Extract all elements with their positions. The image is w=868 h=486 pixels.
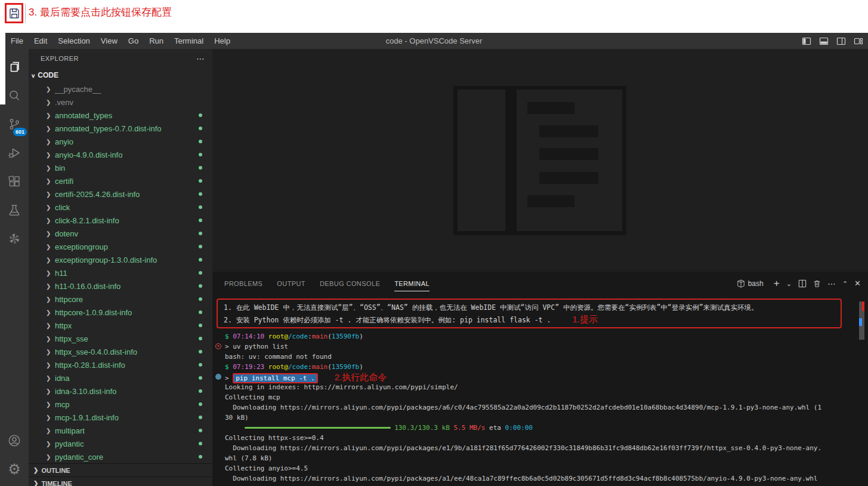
tree-item[interactable]: ❯pydantic_core <box>29 450 212 463</box>
chevron-right-icon: ❯ <box>46 191 51 198</box>
tree-item[interactable]: ❯dotenv <box>29 227 212 240</box>
tree-item[interactable]: ❯click-8.2.1.dist-info <box>29 214 212 227</box>
new-terminal-button[interactable]: + <box>774 279 780 288</box>
terminal-line: $ 07:19:23 root@/code:main(13590fb) <box>225 362 862 372</box>
menu-edit[interactable]: Edit <box>29 33 52 49</box>
tree-item[interactable]: ❯certifi <box>29 174 212 187</box>
menu-help[interactable]: Help <box>209 33 236 49</box>
tree-item-label: httpx <box>55 321 72 330</box>
toggle-panel-icon[interactable] <box>819 36 829 46</box>
panel-tab-output[interactable]: OUTPUT <box>277 278 305 289</box>
tree-item[interactable]: ❯h11 <box>29 266 212 279</box>
tree-item-label: h11-0.16.0.dist-info <box>55 282 121 291</box>
git-status-dot <box>199 166 202 170</box>
outline-section-header[interactable]: ❯ OUTLINE <box>29 463 212 476</box>
menu-view[interactable]: View <box>95 33 123 49</box>
tree-item[interactable]: ❯anyio-4.9.0.dist-info <box>29 148 212 161</box>
save-config-button[interactable] <box>5 3 23 23</box>
run-and-debug-activity-button[interactable] <box>0 139 29 167</box>
terminal-shell-name: bash <box>748 279 764 288</box>
tree-item[interactable]: ❯pydantic <box>29 437 212 450</box>
chevron-right-icon: ❯ <box>46 454 51 460</box>
menu-go[interactable]: Go <box>123 33 144 49</box>
terminal-text: /code <box>288 333 308 340</box>
maximize-panel-button[interactable]: ⌃ <box>842 279 848 288</box>
tree-item[interactable]: ❯annotated_types-0.7.0.dist-info <box>29 122 212 135</box>
terminal-line: Looking in indexes: https://mirrors.aliy… <box>225 382 862 392</box>
terminal-text: 30 kB) <box>225 414 249 422</box>
tree-item[interactable]: ❯httpx-0.28.1.dist-info <box>29 358 212 371</box>
git-status-dot <box>199 192 202 196</box>
menu-file[interactable]: File <box>5 33 29 49</box>
command-annotation-label: 2.执行此命令 <box>335 372 387 382</box>
testing-activity-button[interactable] <box>0 196 29 224</box>
terminal-text: > <box>225 374 233 382</box>
terminal-text: main <box>312 333 328 340</box>
chevron-right-icon: ❯ <box>46 99 51 106</box>
terminal-scrollbar[interactable] <box>859 302 864 340</box>
tree-item[interactable]: ❯httpcore-1.0.9.dist-info <box>29 306 212 319</box>
tree-item-label: anyio <box>55 137 73 146</box>
tree-item[interactable]: ❯exceptiongroup-1.3.0.dist-info <box>29 253 212 266</box>
panel-tab-debug-console[interactable]: DEBUG CONSOLE <box>320 278 380 289</box>
terminal-text <box>225 424 245 432</box>
terminal-text: /code <box>288 363 308 371</box>
extension-knot-activity-button[interactable] <box>0 224 29 253</box>
timeline-label: TIMELINE <box>41 480 72 486</box>
menu-run[interactable]: Run <box>144 33 169 49</box>
chevron-down-icon[interactable]: ⌄ <box>786 279 792 288</box>
menu-terminal[interactable]: Terminal <box>169 33 209 49</box>
tree-item[interactable]: ❯annotated_types <box>29 109 212 122</box>
tree-item[interactable]: ❯mcp-1.9.1.dist-info <box>29 411 212 424</box>
customize-layout-icon[interactable] <box>854 36 863 46</box>
menu-selection[interactable]: Selection <box>52 33 95 49</box>
terminal-text: ( <box>328 333 332 340</box>
tree-item[interactable]: ❯multipart <box>29 424 212 437</box>
tree-item[interactable]: ❯__pycache__ <box>29 82 212 96</box>
close-panel-button[interactable]: ✕ <box>854 279 861 288</box>
git-status-dot <box>199 363 202 367</box>
tree-item[interactable]: ❯h11-0.16.0.dist-info <box>29 279 212 293</box>
tree-item[interactable]: ❯mcp <box>29 398 212 411</box>
command-failed-icon: ✕ <box>215 343 221 349</box>
panel-tab-terminal[interactable]: TERMINAL <box>394 278 430 291</box>
split-terminal-button[interactable] <box>798 279 807 288</box>
panel-tab-problems[interactable]: PROBLEMS <box>224 278 262 289</box>
timeline-section-header[interactable]: ❯ TIMELINE <box>29 476 212 486</box>
tree-item[interactable]: ❯bin <box>29 161 212 174</box>
tree-item[interactable]: ❯exceptiongroup <box>29 240 212 253</box>
source-control-activity-button[interactable]: 601 <box>0 110 29 139</box>
tree-item[interactable]: ❯httpx_sse <box>29 332 212 345</box>
settings-button[interactable]: ⚙ <box>0 455 29 484</box>
git-status-dot <box>199 350 202 353</box>
terminal-text: 07:19:23 <box>233 363 268 371</box>
tree-item[interactable]: ❯idna-3.10.dist-info <box>29 385 212 398</box>
folder-section-header[interactable]: ∨ CODE <box>29 68 212 82</box>
tree-item[interactable]: ❯httpx_sse-0.4.0.dist-info <box>29 345 212 358</box>
toggle-secondary-sidebar-icon[interactable] <box>836 36 846 46</box>
terminal-instance[interactable]: bash <box>737 279 764 288</box>
terminal-text: Downloading https://mirrors.aliyun.com/p… <box>225 475 817 482</box>
kill-terminal-button[interactable] <box>813 279 821 288</box>
chevron-right-icon: ❯ <box>46 125 51 132</box>
terminal-line: > pip install mcp -t .2.执行此命令 <box>225 372 862 382</box>
tree-item[interactable]: ❯anyio <box>29 135 212 148</box>
files-icon <box>8 60 22 74</box>
tree-item[interactable]: ❯.venv <box>29 96 212 109</box>
chevron-right-icon: ❯ <box>46 336 51 342</box>
toggle-sidebar-icon[interactable] <box>802 36 811 46</box>
views-and-more-actions-button[interactable]: ⋯ <box>196 54 205 63</box>
tip-line-2: 2. 安装 Python 依赖时必须添加 -t . 才能正确将依赖安装到中。例如… <box>224 316 551 324</box>
tree-item[interactable]: ❯httpcore <box>29 293 212 306</box>
extensions-activity-button[interactable] <box>0 167 29 196</box>
tree-item[interactable]: ❯certifi-2025.4.26.dist-info <box>29 187 212 201</box>
tree-item[interactable]: ❯click <box>29 201 212 214</box>
more-actions-button[interactable]: ⋯ <box>827 279 836 288</box>
account-button[interactable] <box>0 426 29 455</box>
tree-item-label: h11 <box>55 269 67 278</box>
tree-item[interactable]: ❯httpx <box>29 319 212 332</box>
terminal-text: root@ <box>268 333 288 340</box>
terminal-output[interactable]: $ 07:14:10 root@/code:main(13590fb)✕> uv… <box>225 331 862 484</box>
beaker-icon <box>7 203 21 217</box>
tree-item[interactable]: ❯idna <box>29 371 212 385</box>
